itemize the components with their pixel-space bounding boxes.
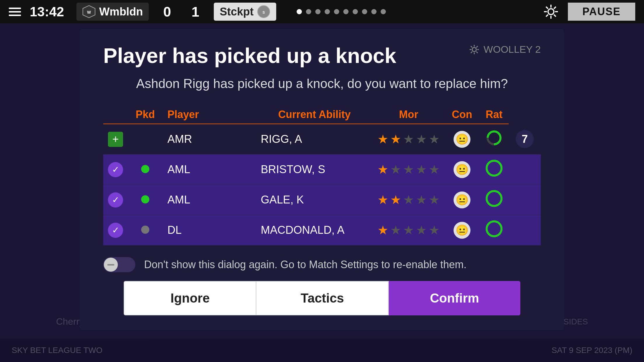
row-position-0: AMR — [163, 124, 256, 154]
svg-line-21 — [476, 46, 478, 48]
settings-icon[interactable] — [543, 3, 559, 20]
star-empty: ★ — [429, 223, 440, 237]
svg-line-9 — [546, 7, 548, 9]
top-bar: 13:42 W Wmbldn 0 1 Stckpt S — [0, 0, 644, 23]
row-select-3: ✓ — [103, 215, 128, 245]
star-filled: ★ — [390, 132, 401, 146]
dot-1 — [297, 9, 302, 14]
star-empty: ★ — [390, 223, 401, 237]
modal-subtitle: Ashdon Rigg has picked up a knock, do yo… — [103, 76, 541, 91]
row-ability-2: ★★★★★ — [373, 185, 444, 215]
morale-face: 😐 — [454, 222, 470, 239]
woolley-gear-icon — [469, 44, 480, 55]
table-row[interactable]: ✓DLMACDONALD, A★★★★★😐 — [103, 215, 541, 245]
table-row[interactable]: ✓AMLGALE, K★★★★★😐 — [103, 185, 541, 215]
row-rating-0: 7 — [509, 124, 541, 154]
star-filled: ★ — [377, 162, 388, 177]
toggle-thumb — [104, 258, 118, 272]
star-empty: ★ — [429, 162, 440, 177]
row-name-2: GALE, K — [256, 185, 373, 215]
row-pkd-3 — [128, 215, 163, 245]
away-team-name: Stckpt — [220, 6, 253, 18]
rating-badge: 7 — [516, 130, 534, 148]
progress-dots — [297, 9, 386, 14]
condition-ring-full — [486, 220, 503, 237]
star-filled: ★ — [377, 223, 388, 237]
star-empty: ★ — [403, 193, 414, 207]
toggle-thumb-line — [107, 264, 114, 266]
svg-line-19 — [476, 52, 478, 53]
row-ability-0: ★★★★★ — [373, 124, 444, 154]
dot-7 — [353, 9, 358, 14]
tactics-button[interactable]: Tactics — [256, 281, 388, 315]
player-table: Pkd Player Current Ability Mor Con Rat +… — [103, 106, 541, 245]
table-row[interactable]: ✓AMLBRISTOW, S★★★★★😐 — [103, 154, 541, 185]
check-icon: ✓ — [108, 162, 123, 177]
condition-ring-partial — [486, 129, 503, 146]
home-team-name: Wmbldn — [99, 6, 143, 18]
knock-modal: WOOLLEY 2 Player has picked up a knock A… — [80, 29, 564, 330]
table-row[interactable]: +AMRRIGG, A★★★★★😐 7 — [103, 124, 541, 154]
star-empty: ★ — [403, 132, 414, 146]
star-empty: ★ — [416, 132, 427, 146]
toggle-row: Don't show this dialog again. Go to Matc… — [103, 257, 541, 272]
row-name-3: MACDONALD, A — [256, 215, 373, 245]
row-position-2: AML — [163, 185, 256, 215]
svg-line-10 — [554, 15, 556, 17]
star-filled: ★ — [377, 132, 388, 146]
team-away: Stckpt S — [214, 3, 276, 21]
row-condition-1 — [480, 154, 509, 185]
svg-text:S: S — [262, 10, 265, 15]
star-empty: ★ — [429, 193, 440, 207]
row-pkd-2 — [128, 185, 163, 215]
star-filled: ★ — [390, 193, 401, 207]
pkd-dot-green — [141, 165, 149, 173]
table-header-row: Pkd Player Current Ability Mor Con Rat — [103, 106, 541, 124]
medical-icon: + — [108, 132, 123, 147]
ignore-button[interactable]: Ignore — [124, 281, 256, 315]
score-away: 1 — [186, 4, 205, 20]
row-condition-0 — [480, 124, 509, 154]
col-rat-header: Rat — [480, 106, 509, 124]
hamburger-menu[interactable] — [9, 8, 21, 16]
condition-ring-full — [486, 160, 503, 177]
row-condition-3 — [480, 215, 509, 245]
col-con-header: Con — [444, 106, 480, 124]
star-empty: ★ — [416, 223, 427, 237]
row-select-0: + — [103, 124, 128, 154]
modal-overlay: WOOLLEY 2 Player has picked up a knock A… — [0, 23, 644, 362]
star-empty: ★ — [390, 162, 401, 177]
row-condition-2 — [480, 185, 509, 215]
pkd-dot-green — [141, 195, 149, 203]
action-buttons: Ignore Tactics Confirm — [124, 281, 520, 315]
star-empty: ★ — [416, 162, 427, 177]
dot-9 — [371, 9, 377, 14]
morale-face: 😐 — [454, 161, 470, 178]
row-morale-3: 😐 — [444, 215, 480, 245]
check-icon: ✓ — [108, 192, 123, 208]
col-ability-header: Current Ability — [256, 106, 373, 124]
svg-line-20 — [471, 52, 472, 53]
woolley-indicator: WOOLLEY 2 — [469, 44, 541, 55]
pause-button[interactable]: PAUSE — [568, 3, 635, 21]
dot-2 — [306, 9, 311, 14]
row-ability-3: ★★★★★ — [373, 215, 444, 245]
woolley-label: WOOLLEY 2 — [484, 44, 541, 55]
svg-line-11 — [546, 15, 548, 17]
toggle-label: Don't show this dialog again. Go to Matc… — [144, 259, 467, 271]
row-rating-1 — [509, 154, 541, 185]
dialog-toggle[interactable] — [103, 257, 135, 272]
row-rating-2 — [509, 185, 541, 215]
row-morale-0: 😐 — [444, 124, 480, 154]
row-position-1: AML — [163, 154, 256, 185]
row-morale-2: 😐 — [444, 185, 480, 215]
row-select-2: ✓ — [103, 185, 128, 215]
away-crest-icon: S — [257, 5, 270, 18]
team-home: W Wmbldn — [76, 3, 149, 21]
svg-line-18 — [471, 46, 472, 48]
svg-point-13 — [472, 48, 476, 52]
confirm-button[interactable]: Confirm — [389, 281, 520, 315]
col-player-header: Player — [163, 106, 256, 124]
dot-8 — [362, 9, 367, 14]
star-filled: ★ — [377, 193, 388, 207]
